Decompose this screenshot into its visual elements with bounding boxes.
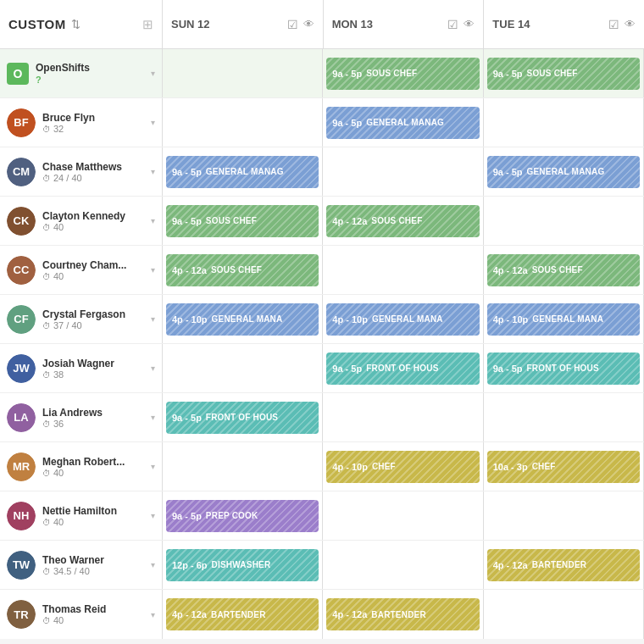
avatar-theo: TW <box>7 551 36 580</box>
josiah-tue[interactable]: 9a - 5p FRONT OF HOUS <box>484 344 644 392</box>
avatar-nettie: NH <box>7 502 36 530</box>
shift-josiah-mon[interactable]: 9a - 5p FRONT OF HOUS <box>326 353 479 385</box>
thomas-mon-time: 4p - 12a <box>332 609 367 619</box>
shift-courtney-tue[interactable]: 4p - 12a SOUS CHEF <box>487 254 640 286</box>
check-icon-mon[interactable]: ☑ <box>447 18 458 31</box>
open-shifts-icon: O <box>7 63 29 85</box>
employee-row-chase: CM Chase Matthews 24 / 40 ▾ 9a - 5p GENE… <box>0 147 644 197</box>
hours-bruce: 32 <box>42 124 144 134</box>
shift-crystal-sun[interactable]: 4p - 10p GENERAL MANA <box>166 303 319 336</box>
chase-tue[interactable]: 9a - 5p GENERAL MANAG <box>484 147 644 196</box>
meghan-mon[interactable]: 4p - 10p CHEF <box>323 442 483 491</box>
lia-tue <box>484 393 644 441</box>
chevron-lia[interactable]: ▾ <box>151 413 155 422</box>
open-shift-sous-chef-mon[interactable]: 9a - 5p SOUS CHEF <box>326 58 479 90</box>
courtney-tue[interactable]: 4p - 12a SOUS CHEF <box>484 246 644 294</box>
chevron-josiah[interactable]: ▾ <box>151 364 155 373</box>
theo-tue[interactable]: 4p - 12a BARTENDER <box>484 541 644 589</box>
thomas-mon[interactable]: 4p - 12a BARTENDER <box>323 590 483 639</box>
shift-chase-sun[interactable]: 9a - 5p GENERAL MANAG <box>166 156 319 188</box>
avatar-thomas: TR <box>7 600 36 629</box>
employee-row-theo: TW Theo Warner 34.5 / 40 ▾ 12p - 6p DISH… <box>0 541 644 590</box>
crystal-tue[interactable]: 4p - 10p GENERAL MANA <box>484 295 644 343</box>
avatar-chase: CM <box>7 158 36 186</box>
info-chase: Chase Matthews 24 / 40 <box>42 161 144 183</box>
day-header-sun-icons: ☑ 👁 <box>287 18 314 31</box>
chevron-bruce[interactable]: ▾ <box>151 118 155 127</box>
meghan-tue[interactable]: 10a - 3p CHEF <box>484 442 644 491</box>
shift-bruce-mon[interactable]: 9a - 5p GENERAL MANAG <box>326 107 479 139</box>
shift-crystal-mon[interactable]: 4p - 10p GENERAL MANA <box>326 303 479 336</box>
shift-nettie-sun[interactable]: 9a - 5p PREP COOK <box>166 500 319 532</box>
shift-thomas-sun[interactable]: 4p - 12a BARTENDER <box>166 598 319 630</box>
courtney-sun-time: 4p - 12a <box>172 265 207 275</box>
check-icon-tue[interactable]: ☑ <box>608 18 619 31</box>
shift-chase-tue[interactable]: 9a - 5p GENERAL MANAG <box>487 156 640 188</box>
chevron-thomas[interactable]: ▾ <box>151 610 155 619</box>
theo-sun[interactable]: 12p - 6p DISHWASHER <box>163 541 323 589</box>
shift-josiah-tue[interactable]: 9a - 5p FRONT OF HOUS <box>487 353 640 385</box>
shift-meghan-mon[interactable]: 4p - 10p CHEF <box>326 451 479 483</box>
header-row: CUSTOM ⇅ ⊞ SUN 12 ☑ 👁 MON 13 ☑ 👁 TUE 14 … <box>0 0 644 49</box>
day-header-tue-icons: ☑ 👁 <box>608 18 636 31</box>
employee-row-crystal: CF Crystal Fergason 37 / 40 ▾ 4p - 10p G… <box>0 295 644 344</box>
check-icon-sun[interactable]: ☑ <box>287 18 298 31</box>
info-thomas: Thomas Reid 40 <box>42 603 144 625</box>
chevron-nettie[interactable]: ▾ <box>151 511 155 520</box>
crystal-mon[interactable]: 4p - 10p GENERAL MANA <box>323 295 483 343</box>
avatar-meghan: MR <box>7 452 36 481</box>
chevron-clayton[interactable]: ▾ <box>151 216 155 225</box>
shift-theo-tue[interactable]: 4p - 12a BARTENDER <box>487 549 640 581</box>
josiah-tue-time: 9a - 5p <box>493 364 523 374</box>
employee-row-bruce: BF Bruce Flyn 32 ▾ 9a - 5p GENERAL MANAG <box>0 98 644 147</box>
shift-thomas-mon[interactable]: 4p - 12a BARTENDER <box>326 598 479 630</box>
open-shift-sous-chef-tue[interactable]: 9a - 5p SOUS CHEF <box>487 58 640 90</box>
hours-clayton: 40 <box>42 222 144 232</box>
crystal-sun[interactable]: 4p - 10p GENERAL MANA <box>163 295 323 343</box>
chevron-courtney[interactable]: ▾ <box>151 265 155 275</box>
shift-meghan-tue[interactable]: 10a - 3p CHEF <box>487 451 640 483</box>
name-bruce: Bruce Flyn <box>42 112 144 124</box>
shift-clayton-mon[interactable]: 4p - 12a SOUS CHEF <box>326 205 479 237</box>
grid-icon[interactable]: ⊞ <box>142 17 153 32</box>
bruce-mon[interactable]: 9a - 5p GENERAL MANAG <box>323 98 483 147</box>
chase-sun[interactable]: 9a - 5p GENERAL MANAG <box>163 147 323 196</box>
shift-crystal-tue[interactable]: 4p - 10p GENERAL MANA <box>487 303 640 336</box>
open-shifts-chevron[interactable]: ▾ <box>151 69 155 78</box>
eye-icon-tue[interactable]: 👁 <box>625 18 636 31</box>
eye-icon-mon[interactable]: 👁 <box>464 18 475 31</box>
open-shifts-question[interactable]: ? <box>36 75 42 85</box>
info-lia: Lia Andrews 36 <box>42 407 144 429</box>
employee-row-meghan: MR Meghan Robert... 40 ▾ 4p - 10p CHEF 1… <box>0 442 644 491</box>
info-crystal: Crystal Fergason 37 / 40 <box>42 308 144 330</box>
shift-courtney-sun[interactable]: 4p - 12a SOUS CHEF <box>166 254 319 286</box>
courtney-tue-time: 4p - 12a <box>493 265 528 275</box>
open-shifts-tue[interactable]: 9a - 5p SOUS CHEF <box>484 49 644 97</box>
hours-val-meghan: 40 <box>53 468 64 478</box>
thomas-sun[interactable]: 4p - 12a BARTENDER <box>163 590 323 639</box>
employee-row-courtney: CC Courtney Cham... 40 ▾ 4p - 12a SOUS C… <box>0 246 644 295</box>
courtney-sun[interactable]: 4p - 12a SOUS CHEF <box>163 246 323 294</box>
clayton-sun-time: 9a - 5p <box>172 216 202 226</box>
chevron-theo[interactable]: ▾ <box>151 560 155 569</box>
josiah-mon[interactable]: 9a - 5p FRONT OF HOUS <box>323 344 483 392</box>
header-left: CUSTOM ⇅ ⊞ <box>0 0 163 48</box>
chevron-meghan[interactable]: ▾ <box>151 462 155 471</box>
lia-sun[interactable]: 9a - 5p FRONT OF HOUS <box>163 393 323 441</box>
clayton-sun[interactable]: 9a - 5p SOUS CHEF <box>163 197 323 245</box>
clock-meghan <box>42 468 51 478</box>
clayton-mon[interactable]: 4p - 12a SOUS CHEF <box>323 197 483 245</box>
shift-theo-sun[interactable]: 12p - 6p DISHWASHER <box>166 549 319 581</box>
chevron-crystal[interactable]: ▾ <box>151 314 155 324</box>
chase-tue-time: 9a - 5p <box>493 167 523 177</box>
shift-lia-sun[interactable]: 9a - 5p FRONT OF HOUS <box>166 402 319 434</box>
open-shifts-mon[interactable]: 9a - 5p SOUS CHEF <box>323 49 483 97</box>
day-header-tue: TUE 14 ☑ 👁 <box>484 0 644 48</box>
shift-clayton-sun[interactable]: 9a - 5p SOUS CHEF <box>166 205 319 237</box>
chevron-chase[interactable]: ▾ <box>151 167 155 176</box>
sort-icon[interactable]: ⇅ <box>71 18 80 31</box>
custom-label: CUSTOM <box>8 17 66 31</box>
hours-theo: 34.5 / 40 <box>42 566 144 576</box>
nettie-sun[interactable]: 9a - 5p PREP COOK <box>163 491 323 540</box>
eye-icon-sun[interactable]: 👁 <box>303 18 314 31</box>
